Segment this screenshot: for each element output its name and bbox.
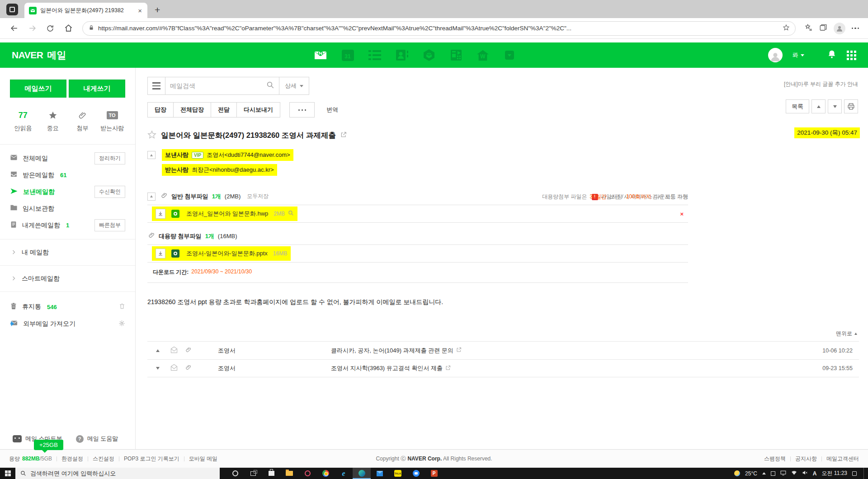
mail-search-input[interactable] xyxy=(170,82,264,89)
temperature[interactable]: 25°C xyxy=(745,470,757,477)
sync-app-icon[interactable] xyxy=(298,468,316,479)
sidebar-item-to-me[interactable]: 내게쓴메일함 1 빠른첨부 xyxy=(0,217,135,234)
attachment-file-name[interactable]: 조영서_일본어와 일본문화.hwp xyxy=(186,210,268,218)
collections-icon[interactable] xyxy=(819,23,827,33)
download-icon[interactable] xyxy=(156,209,165,219)
go-top-link[interactable]: 맨위로 xyxy=(147,330,859,338)
expand-thread-icon[interactable] xyxy=(153,367,163,370)
download-icon[interactable] xyxy=(156,249,165,258)
notice-link[interactable]: 공지사항 xyxy=(795,455,817,463)
file-explorer-icon[interactable] xyxy=(280,468,298,479)
home-icon[interactable] xyxy=(61,21,76,36)
thread-subject[interactable]: 조영서 지사학(3963) 유고결석 확인서 제출 xyxy=(331,364,451,372)
empty-trash-icon[interactable] xyxy=(119,303,125,311)
share-icon[interactable] xyxy=(445,365,451,372)
sidebar-item-my-mailbox[interactable]: 내 메일함 xyxy=(0,239,135,265)
display-icon[interactable] xyxy=(780,470,786,477)
collapse-attachments-button[interactable] xyxy=(147,193,156,201)
font-notice[interactable]: [안내]마루 부리 글꼴 추가 안내 xyxy=(784,80,858,88)
mail-service-icon[interactable] xyxy=(314,48,327,62)
sidebar-item-external-mail[interactable]: 외부메일 가져오기 xyxy=(0,315,135,333)
quick-attach-button[interactable]: 빠른첨부 xyxy=(94,219,125,231)
sidebar-item-smart-mailbox[interactable]: 스마트메일함 xyxy=(0,265,135,291)
ime-indicator[interactable]: A xyxy=(813,470,817,477)
bookmark-star-icon[interactable] xyxy=(783,24,790,33)
start-button[interactable] xyxy=(0,468,15,479)
powerpoint-icon[interactable]: P xyxy=(425,468,443,479)
list-service-icon[interactable] xyxy=(368,48,382,62)
forward-button[interactable]: 전달 xyxy=(211,102,237,117)
show-desktop-button[interactable] xyxy=(863,468,865,479)
menu-hamburger-button[interactable] xyxy=(147,77,165,95)
stat-important[interactable]: 중요 xyxy=(38,110,68,132)
gear-icon[interactable] xyxy=(118,320,125,329)
browser-profile-avatar[interactable] xyxy=(834,23,845,34)
task-view-icon[interactable] xyxy=(244,468,262,479)
forward-icon[interactable] xyxy=(24,21,40,36)
tray-expand-icon[interactable] xyxy=(762,472,766,474)
new-tab-button[interactable]: + xyxy=(155,5,160,14)
more-actions-button[interactable] xyxy=(289,102,315,117)
internet-explorer-icon[interactable]: e xyxy=(335,468,353,479)
mobile-mail-link[interactable]: 모바일 메일 xyxy=(189,455,217,463)
naver-mail-logo[interactable]: NAVER 메일 xyxy=(12,49,66,61)
stat-to-me[interactable]: TO 받는사람 xyxy=(97,110,127,132)
print-button[interactable] xyxy=(844,99,858,113)
favorites-icon[interactable] xyxy=(805,23,813,33)
storage-promo-badge[interactable]: +25GB xyxy=(34,440,63,450)
mail-support-link[interactable]: 메일고객센터 xyxy=(826,455,859,463)
notification-bell-icon[interactable] xyxy=(827,49,837,61)
store-icon[interactable] xyxy=(262,468,280,479)
organize-button[interactable]: 정리하기 xyxy=(94,152,125,164)
sidebar-item-drafts[interactable]: 임시보관함 xyxy=(0,200,135,217)
delete-attachment-icon[interactable]: × xyxy=(680,211,684,217)
edge-icon[interactable] xyxy=(353,468,371,479)
clock[interactable]: 오전 11:23 xyxy=(822,470,847,477)
calendar-icon[interactable]: 31 xyxy=(341,48,354,62)
more-services-icon[interactable] xyxy=(503,48,516,62)
stat-attachment[interactable]: 첨부 xyxy=(68,110,98,132)
preview-magnifier-icon[interactable] xyxy=(288,210,294,218)
works-home-icon[interactable]: W xyxy=(476,49,489,61)
star-outline-icon[interactable] xyxy=(147,130,156,141)
workspaces-icon[interactable] xyxy=(6,4,18,15)
tab-close-icon[interactable]: × xyxy=(137,6,143,15)
sidebar-item-sent[interactable]: 보낸메일함 수신확인 xyxy=(0,183,135,200)
thread-row[interactable]: 조영서 조영서 지사학(3963) 유고결석 확인서 제출 09-23 15:5… xyxy=(147,359,859,377)
mail-app-icon[interactable] xyxy=(371,468,389,479)
address-bar[interactable]: https://mail.naver.com/#%7B"fClass"%3A"r… xyxy=(82,21,796,36)
resend-button[interactable]: 다시보내기 xyxy=(236,102,280,117)
reply-button[interactable]: 답장 xyxy=(147,102,174,117)
notification-center-icon[interactable] xyxy=(852,471,857,476)
kakaotalk-icon[interactable]: TALK xyxy=(389,468,407,479)
compose-button[interactable]: 메일쓰기 xyxy=(10,80,66,98)
back-icon[interactable] xyxy=(6,21,22,36)
user-avatar[interactable] xyxy=(768,48,783,62)
settings-link[interactable]: 환경설정 xyxy=(61,455,83,463)
read-receipt-button[interactable]: 수신확인 xyxy=(94,186,125,198)
search-detail-dropdown[interactable]: 상세 xyxy=(279,77,309,95)
url-text[interactable]: https://mail.naver.com/#%7B"fClass"%3A"r… xyxy=(98,25,779,32)
network-icon[interactable] xyxy=(791,470,797,477)
save-all-button[interactable]: 모두저장 xyxy=(247,193,269,200)
sidebar-item-inbox[interactable]: 받은메일함 61 xyxy=(0,167,135,183)
pop3-log-link[interactable]: POP3 로그인 기록보기 xyxy=(124,455,179,463)
user-menu[interactable]: 롸 xyxy=(793,51,804,59)
collapse-thread-icon[interactable] xyxy=(153,349,163,352)
search-icon[interactable] xyxy=(266,81,274,91)
sidebar-item-trash[interactable]: 휴지통 546 xyxy=(0,298,135,315)
weather-icon[interactable] xyxy=(734,470,740,476)
news-service-icon[interactable] xyxy=(449,48,463,62)
skin-settings-link[interactable]: 스킨설정 xyxy=(93,455,114,463)
mail-help-link[interactable]: 메일 도움말 xyxy=(87,435,118,443)
translate-button[interactable]: 번역 xyxy=(326,106,338,114)
cortana-icon[interactable] xyxy=(226,468,244,479)
share-icon[interactable] xyxy=(456,347,462,354)
stat-unread[interactable]: 77 안읽음 xyxy=(8,110,38,132)
go-to-list-button[interactable]: 목록 xyxy=(786,99,809,113)
taskbar-search[interactable]: 검색하려면 여기에 입력하십시오 xyxy=(15,468,220,479)
prev-mail-button[interactable] xyxy=(811,99,826,113)
compose-to-self-button[interactable]: 내게쓰기 xyxy=(69,80,125,98)
share-icon[interactable] xyxy=(340,131,347,140)
zoom-app-icon[interactable] xyxy=(407,468,425,479)
